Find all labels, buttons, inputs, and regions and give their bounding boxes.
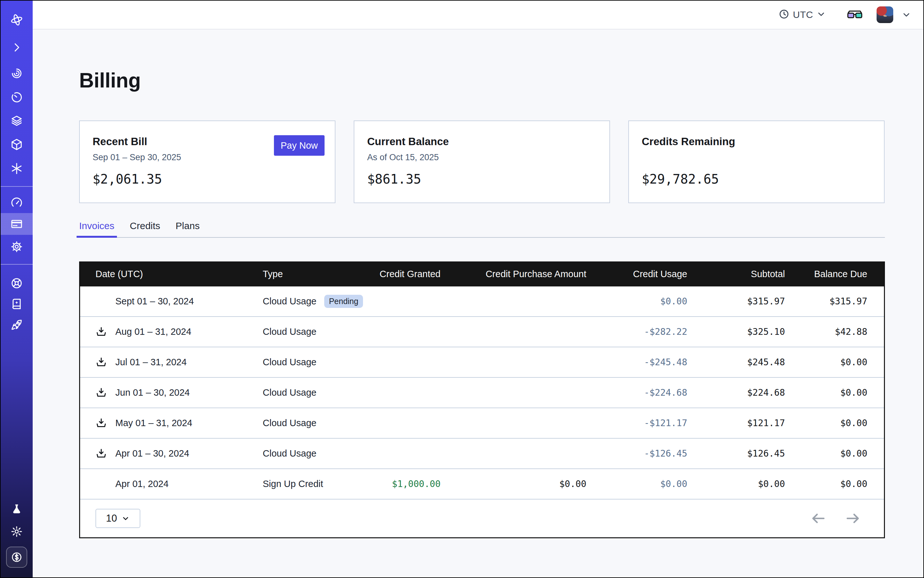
billing-icon[interactable]	[1, 213, 32, 235]
download-invoice-icon[interactable]	[96, 326, 108, 338]
credit-granted-value: $1,000.00	[367, 469, 440, 499]
col-type: Type	[263, 261, 367, 286]
chevron-down-icon	[122, 514, 130, 523]
sun-icon[interactable]	[1, 521, 32, 542]
credit-usage-value: -$224.68	[586, 378, 687, 408]
credit-usage-value: -$126.45	[586, 438, 687, 468]
invoice-date: Aug 01 – 31, 2024	[115, 326, 191, 337]
credit-purchase-value	[440, 347, 586, 377]
credit-usage-value: -$282.22	[586, 317, 687, 347]
credit-granted-value	[367, 286, 440, 316]
table-row: May 01 – 31, 2024 Cloud Usage -$121.17 $…	[80, 408, 884, 438]
download-invoice-icon[interactable]	[96, 387, 108, 399]
credit-granted-value	[367, 378, 440, 408]
recent-bill-card: Recent Bill Sep 01 – Sep 30, 2025 $2,061…	[79, 120, 335, 203]
invoice-type: Cloud Usage	[263, 418, 317, 429]
billing-page: UTC Billing Recent Bill	[0, 0, 924, 578]
table-row: Aug 01 – 31, 2024 Cloud Usage -$282.22 $…	[80, 317, 884, 347]
table-row: Apr 01, 2024 Sign Up Credit $1,000.00 $0…	[80, 469, 884, 500]
flask-icon[interactable]	[1, 498, 32, 520]
avatar[interactable]	[877, 6, 893, 23]
billing-tabs: Invoices Credits Plans	[79, 217, 885, 238]
col-balance-due: Balance Due	[785, 261, 884, 286]
chevron-down-icon	[817, 10, 825, 19]
credit-purchase-value: $0.00	[440, 469, 586, 499]
timezone-select[interactable]: UTC	[779, 9, 825, 21]
col-credit-usage: Credit Usage	[586, 261, 687, 286]
balance-due-value: $315.97	[785, 286, 884, 316]
table-row: Sept 01 – 30, 2024 Cloud UsagePending $0…	[80, 286, 884, 317]
layers-icon[interactable]	[1, 110, 32, 132]
balance-due-value: $0.00	[785, 378, 884, 408]
credit-usage-value: -$245.48	[586, 347, 687, 377]
dollar-badge-icon[interactable]	[6, 547, 27, 568]
sidebar-divider	[1, 186, 32, 187]
download-invoice-icon[interactable]	[96, 448, 108, 460]
invoice-date: Apr 01 – 30, 2024	[115, 448, 189, 459]
credit-usage-value: -$121.17	[586, 408, 687, 438]
card-title: Credits Remaining	[642, 135, 871, 148]
subtotal-value: $0.00	[687, 469, 785, 499]
3d-glasses-icon[interactable]	[846, 10, 863, 19]
topbar: UTC	[32, 1, 923, 29]
invoice-type: Cloud Usage	[263, 387, 317, 398]
docs-icon[interactable]	[1, 293, 32, 315]
table-row: Apr 01 – 30, 2024 Cloud Usage -$126.45 $…	[80, 438, 884, 469]
next-page-button[interactable]	[846, 511, 860, 526]
summary-cards: Recent Bill Sep 01 – Sep 30, 2025 $2,061…	[79, 120, 885, 203]
helm-icon[interactable]	[1, 272, 32, 294]
table-footer: 10	[80, 500, 884, 537]
timer-icon[interactable]	[1, 86, 32, 108]
download-invoice-icon[interactable]	[96, 356, 108, 369]
balance-due-value: $0.00	[785, 469, 884, 499]
sidebar	[1, 1, 32, 577]
credit-granted-value	[367, 408, 440, 438]
prev-page-button[interactable]	[811, 511, 826, 526]
balance-due-value: $0.00	[785, 408, 884, 438]
tab-credits[interactable]: Credits	[127, 217, 163, 238]
subtotal-value: $126.45	[687, 438, 785, 468]
download-invoice-icon[interactable]	[96, 417, 108, 429]
chevron-down-icon[interactable]	[902, 11, 911, 19]
credit-usage-value: $0.00	[586, 469, 687, 499]
recent-bill-amount: $2,061.35	[93, 172, 322, 187]
tab-plans[interactable]: Plans	[173, 217, 202, 238]
table-row: Jun 01 – 30, 2024 Cloud Usage -$224.68 $…	[80, 378, 884, 408]
page-size-select[interactable]: 10	[96, 509, 140, 528]
card-title: Current Balance	[367, 135, 596, 148]
credit-granted-value	[367, 347, 440, 377]
page-title: Billing	[79, 68, 141, 92]
expand-sidebar-icon[interactable]	[1, 37, 32, 58]
col-date: Date (UTC)	[80, 261, 263, 286]
cube-icon[interactable]	[1, 134, 32, 155]
sidebar-divider	[1, 264, 32, 265]
invoice-type: Cloud Usage	[263, 296, 317, 307]
credit-granted-value	[367, 438, 440, 468]
credit-usage-value: $0.00	[586, 286, 687, 316]
invoice-date: Jun 01 – 30, 2024	[115, 387, 190, 398]
logo-orbit-icon[interactable]	[1, 9, 32, 31]
col-credit-granted: Credit Granted	[367, 261, 440, 286]
current-balance-card: Current Balance As of Oct 15, 2025 $861.…	[354, 120, 610, 203]
credit-purchase-value	[440, 317, 586, 347]
col-subtotal: Subtotal	[687, 261, 785, 286]
settings-icon[interactable]	[1, 236, 32, 258]
rocket-icon[interactable]	[1, 314, 32, 336]
invoice-date: Sept 01 – 30, 2024	[115, 296, 194, 307]
credit-purchase-value	[440, 286, 586, 316]
asterisk-icon[interactable]	[1, 157, 32, 179]
invoice-type: Cloud Usage	[263, 448, 317, 459]
credit-purchase-value	[440, 408, 586, 438]
status-badge: Pending	[324, 295, 363, 308]
tab-invoices[interactable]: Invoices	[76, 217, 117, 238]
spiral-icon[interactable]	[1, 62, 32, 84]
card-subtitle	[642, 152, 871, 163]
card-subtitle: As of Oct 15, 2025	[367, 152, 596, 163]
subtotal-value: $121.17	[687, 408, 785, 438]
subtotal-value: $325.10	[687, 317, 785, 347]
invoices-table: Date (UTC) Type Credit Granted Credit Pu…	[79, 261, 885, 538]
credits-remaining-amount: $29,782.65	[642, 172, 871, 187]
credits-remaining-card: Credits Remaining $29,782.65	[628, 120, 885, 203]
pay-now-button[interactable]: Pay Now	[274, 135, 325, 156]
gauge-icon[interactable]	[1, 192, 32, 214]
